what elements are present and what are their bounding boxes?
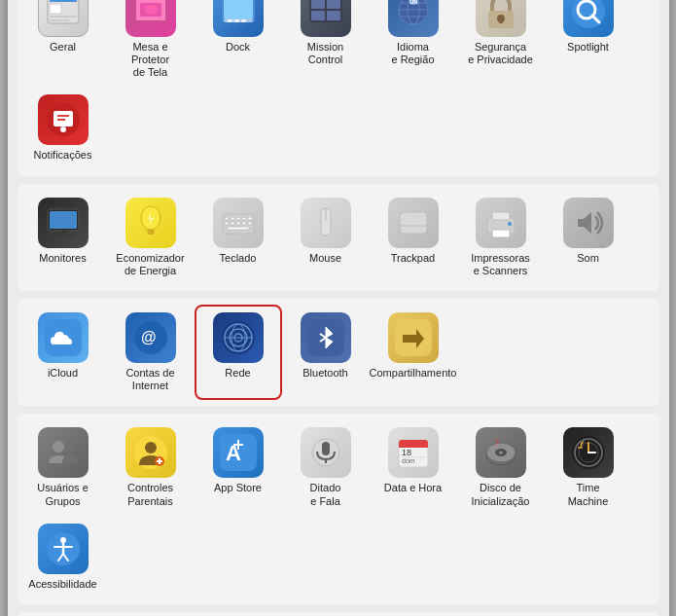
item-notificacoes[interactable]: Notificações	[21, 89, 105, 167]
item-impressoras[interactable]: Impressorase Scanners	[459, 192, 543, 283]
item-appstore[interactable]: A App Store	[196, 421, 280, 513]
icon-ditado	[301, 427, 351, 478]
svg-rect-16	[311, 0, 325, 9]
svg-rect-13	[234, 19, 239, 22]
section-network: iCloud @ Contas deInternet	[18, 299, 659, 406]
label-contas: Contas deInternet	[125, 367, 174, 392]
label-disco: Disco deInicialização	[472, 482, 530, 507]
svg-rect-10	[224, 0, 253, 18]
svg-rect-12	[228, 19, 232, 22]
item-mission[interactable]: MissionControl	[284, 0, 368, 85]
icon-economizador	[125, 198, 176, 248]
icon-teclado	[213, 198, 264, 248]
svg-rect-53	[225, 222, 229, 225]
icon-som	[563, 198, 614, 248]
svg-rect-1	[50, 0, 77, 2]
label-bluetooth: Bluetooth	[302, 367, 347, 380]
svg-text:?: ?	[494, 438, 499, 448]
item-data[interactable]: 18 dom Data e Hora	[372, 421, 455, 513]
label-icloud: iCloud	[48, 367, 78, 380]
svg-rect-50	[236, 217, 240, 220]
item-geral[interactable]: Geral	[21, 0, 105, 85]
item-monitores[interactable]: Monitores	[21, 192, 105, 283]
icon-contas: @	[125, 312, 176, 363]
item-usuarios[interactable]: Usuários eGrupos	[21, 421, 105, 513]
item-time[interactable]: TimeMachine	[547, 421, 630, 513]
item-acessibilidade[interactable]: Acessibilidade	[21, 518, 105, 597]
item-bluetooth[interactable]: Bluetooth	[284, 307, 368, 398]
item-trackpad[interactable]: Trackpad	[372, 192, 455, 283]
svg-rect-55	[236, 222, 240, 225]
label-data: Data e Hora	[384, 482, 442, 494]
svg-rect-49	[231, 217, 234, 220]
icon-mission	[301, 0, 351, 37]
label-usuarios: Usuários eGrupos	[37, 482, 89, 507]
label-teclado: Teclado	[220, 252, 257, 265]
svg-rect-60	[400, 212, 427, 234]
label-trackpad: Trackpad	[391, 252, 435, 265]
label-time: TimeMachine	[568, 482, 609, 507]
item-mesa[interactable]: Mesa e Protetorde Tela	[109, 0, 193, 85]
content-area: Geral Mesa e Protetorde Tela	[8, 0, 669, 616]
item-icloud[interactable]: iCloud	[21, 307, 105, 398]
svg-rect-19	[327, 11, 340, 20]
section-personal: Geral Mesa e Protetorde Tela	[18, 0, 659, 176]
item-rede[interactable]: Rede	[196, 307, 280, 398]
label-idioma: Idiomae Região	[391, 41, 434, 66]
item-mouse[interactable]: Mouse	[284, 192, 368, 283]
icon-appstore: A	[213, 427, 264, 478]
label-notificacoes: Notificações	[34, 149, 92, 162]
svg-rect-42	[54, 234, 72, 236]
section1-grid: Geral Mesa e Protetorde Tela	[21, 0, 656, 168]
svg-rect-51	[242, 217, 246, 220]
svg-rect-63	[492, 212, 510, 220]
svg-text:18: 18	[402, 448, 411, 457]
label-rede: Rede	[225, 367, 250, 380]
item-teclado[interactable]: Teclado	[196, 192, 280, 283]
label-impressoras: Impressorase Scanners	[471, 252, 530, 277]
svg-rect-18	[311, 11, 325, 20]
icon-data: 18 dom	[388, 427, 439, 478]
label-seguranca: Segurançae Privacidade	[468, 41, 533, 66]
section-other: Flash Player java Java	[18, 612, 659, 616]
section3-grid: iCloud @ Contas deInternet	[21, 307, 656, 398]
item-seguranca[interactable]: Segurançae Privacidade	[459, 0, 543, 85]
svg-rect-3	[50, 16, 77, 18]
item-economizador[interactable]: Economizadorde Energia	[109, 192, 193, 283]
svg-rect-48	[225, 217, 229, 220]
item-idioma[interactable]: UN Idiomae Região	[372, 0, 455, 85]
item-contas[interactable]: @ Contas deInternet	[109, 307, 193, 398]
label-som: Som	[577, 252, 599, 265]
svg-rect-52	[248, 217, 252, 220]
item-dock[interactable]: Dock	[196, 0, 280, 85]
icon-rede	[213, 312, 264, 363]
svg-rect-30	[499, 18, 503, 23]
svg-rect-2	[50, 4, 61, 14]
svg-rect-41	[58, 231, 68, 234]
svg-rect-17	[327, 0, 340, 9]
icon-trackpad	[388, 198, 439, 248]
label-mission: MissionControl	[307, 41, 343, 66]
icon-compartilhamento	[388, 312, 439, 363]
label-mouse: Mouse	[309, 252, 341, 265]
label-acessibilidade: Acessibilidade	[28, 578, 96, 591]
item-som[interactable]: Som	[547, 192, 630, 283]
system-preferences-window: Preferências do Sistema ◀ ▶ Mostrar Tudo…	[8, 0, 669, 616]
item-ditado[interactable]: Ditadoe Fala	[284, 421, 368, 513]
item-controles[interactable]: ControlesParentais	[109, 421, 193, 513]
svg-point-38	[60, 127, 66, 132]
label-mesa: Mesa e Protetorde Tela	[113, 41, 189, 80]
label-monitores: Monitores	[39, 252, 86, 265]
icon-mouse	[301, 198, 351, 248]
label-controles: ControlesParentais	[127, 482, 173, 507]
svg-rect-46	[148, 233, 154, 235]
svg-point-79	[53, 441, 64, 453]
icon-time	[563, 427, 614, 478]
item-compartilhamento[interactable]: Compartilhamento	[372, 307, 455, 398]
svg-point-82	[145, 442, 157, 453]
item-disco[interactable]: ? Disco deInicialização	[459, 421, 543, 513]
icon-spotlight	[563, 0, 614, 37]
item-spotlight[interactable]: Spotlight	[547, 0, 630, 85]
label-geral: Geral	[50, 41, 76, 54]
section-system: Usuários eGrupos Control	[18, 414, 659, 604]
